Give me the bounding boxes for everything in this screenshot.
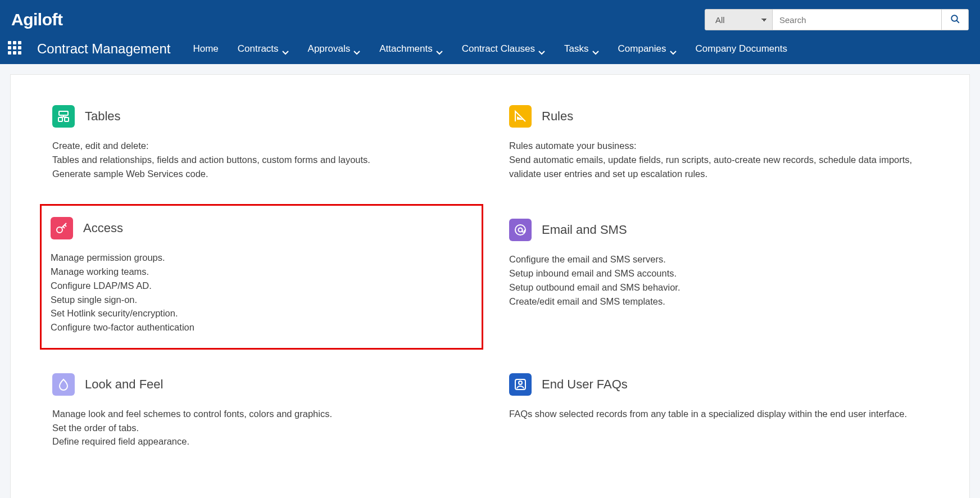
- nav-items: Home Contracts Approvals Attachments Con…: [193, 43, 787, 55]
- nav-tasks[interactable]: Tasks: [564, 43, 598, 55]
- svg-point-13: [515, 225, 525, 235]
- card-header: Look and Feel: [52, 373, 471, 396]
- card-title: Tables: [85, 109, 121, 124]
- card-rules[interactable]: Rules Rules automate your business: Send…: [507, 103, 930, 183]
- card-access[interactable]: Access Manage permission groups. Manage …: [40, 204, 483, 350]
- svg-point-16: [519, 381, 522, 384]
- card-line: Set the order of tabs.: [52, 421, 471, 435]
- nav-label: Attachments: [379, 43, 433, 55]
- card-body: Rules automate your business: Send autom…: [509, 139, 928, 180]
- card-title: Access: [83, 221, 123, 236]
- card-email-sms[interactable]: Email and SMS Configure the email and SM…: [507, 216, 930, 337]
- header: Agiloft All Contract Management Home: [0, 0, 980, 64]
- card-line: Configure two-factor authentication: [51, 320, 473, 334]
- brand-logo[interactable]: Agiloft: [11, 10, 62, 29]
- nav-contracts[interactable]: Contracts: [238, 43, 289, 55]
- card-header: End User FAQs: [509, 373, 928, 396]
- svg-line-1: [956, 20, 959, 22]
- card-line: Create/edit email and SMS templates.: [509, 295, 928, 309]
- svg-point-9: [57, 227, 62, 233]
- card-line: FAQs show selected records from any tabl…: [509, 407, 928, 421]
- nav-attachments[interactable]: Attachments: [379, 43, 443, 55]
- card-line: Tables and relationships, fields and act…: [52, 153, 471, 167]
- card-line: Configure the email and SMS servers.: [509, 252, 928, 266]
- rules-icon: [509, 105, 532, 128]
- card-look-and-feel[interactable]: Look and Feel Manage look and feel schem…: [50, 371, 473, 451]
- navbar: Contract Management Home Contracts Appro…: [0, 34, 980, 64]
- card-line: Create, edit and delete:: [52, 139, 471, 153]
- email-icon: [509, 219, 532, 241]
- nav-label: Company Documents: [696, 43, 787, 55]
- chevron-down-icon: [670, 47, 677, 51]
- chevron-down-icon: [353, 47, 360, 51]
- card-body: Manage permission groups. Manage working…: [51, 251, 473, 334]
- card-line: Setup outbound email and SMS behavior.: [509, 280, 928, 295]
- nav-companies[interactable]: Companies: [618, 43, 677, 55]
- card-line: Manage permission groups.: [51, 251, 473, 265]
- nav-approvals[interactable]: Approvals: [308, 43, 361, 55]
- chevron-down-icon: [592, 47, 599, 51]
- card-header: Access: [51, 217, 473, 239]
- nav-label: Companies: [618, 43, 666, 55]
- card-line: Setup single sign-on.: [51, 293, 473, 307]
- card-title: End User FAQs: [542, 377, 628, 392]
- search-input[interactable]: [773, 10, 941, 30]
- svg-rect-2: [59, 111, 68, 115]
- card-end-user-faqs[interactable]: End User FAQs FAQs show selected records…: [507, 371, 930, 451]
- card-tables[interactable]: Tables Create, edit and delete: Tables a…: [50, 103, 473, 183]
- card-body: Manage look and feel schemes to control …: [52, 407, 471, 449]
- card-line: Setup inbound email and SMS accounts.: [509, 266, 928, 280]
- nav-label: Contracts: [238, 43, 279, 55]
- tables-icon: [52, 105, 75, 128]
- header-top: Agiloft All: [0, 0, 980, 34]
- card-line: Generate sample Web Services code.: [52, 167, 471, 181]
- nav-label: Tasks: [564, 43, 588, 55]
- card-line: Define required field appearance.: [52, 434, 471, 449]
- card-body: FAQs show selected records from any tabl…: [509, 407, 928, 421]
- nav-label: Contract Clauses: [462, 43, 535, 55]
- nav-contract-clauses[interactable]: Contract Clauses: [462, 43, 545, 55]
- card-line: Rules automate your business:: [509, 139, 928, 153]
- card-line: Manage working teams.: [51, 265, 473, 279]
- card-header: Rules: [509, 105, 928, 128]
- module-title: Contract Management: [37, 41, 170, 57]
- svg-rect-4: [65, 117, 69, 121]
- chevron-down-icon: [538, 47, 545, 51]
- faqs-icon: [509, 373, 532, 396]
- svg-line-12: [63, 227, 65, 228]
- chevron-down-icon: [436, 47, 443, 51]
- card-body: Create, edit and delete: Tables and rela…: [52, 139, 471, 180]
- svg-line-11: [65, 225, 66, 227]
- svg-rect-3: [58, 117, 62, 121]
- nav-company-documents[interactable]: Company Documents: [696, 43, 787, 55]
- card-line: Manage look and feel schemes to control …: [52, 407, 471, 421]
- svg-point-0: [951, 15, 958, 21]
- search-filter-dropdown[interactable]: All: [705, 10, 773, 30]
- card-title: Email and SMS: [542, 223, 627, 237]
- apps-icon[interactable]: [8, 41, 24, 57]
- svg-point-14: [519, 228, 523, 232]
- card-title: Rules: [542, 109, 573, 124]
- nav-label: Approvals: [308, 43, 351, 55]
- chevron-down-icon: [282, 47, 289, 51]
- content-panel: Tables Create, edit and delete: Tables a…: [10, 74, 970, 498]
- search-button[interactable]: [941, 10, 968, 30]
- setup-grid: Tables Create, edit and delete: Tables a…: [50, 103, 930, 451]
- search-icon: [950, 14, 960, 26]
- card-title: Look and Feel: [85, 377, 163, 392]
- card-body: Configure the email and SMS servers. Set…: [509, 252, 928, 308]
- nav-home[interactable]: Home: [193, 43, 218, 55]
- card-header: Tables: [52, 105, 471, 128]
- access-icon: [51, 217, 73, 239]
- card-line: Send automatic emails, update fields, ru…: [509, 153, 928, 181]
- look-and-feel-icon: [52, 373, 75, 396]
- card-header: Email and SMS: [509, 219, 928, 241]
- search-bar: All: [705, 9, 969, 30]
- card-line: Configure LDAP/MS AD.: [51, 279, 473, 293]
- card-line: Set Hotlink security/encryption.: [51, 306, 473, 320]
- nav-label: Home: [193, 43, 218, 55]
